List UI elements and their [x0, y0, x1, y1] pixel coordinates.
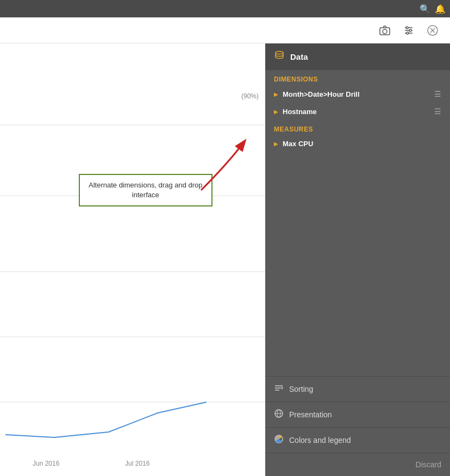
- svg-point-1: [383, 29, 387, 34]
- measures-label: Measures: [265, 120, 450, 135]
- dimension-label-month: Month>Date>Hour Drill: [283, 90, 360, 98]
- right-panel: Data Dimensions ▶ Month>Date>Hour Drill …: [265, 43, 450, 476]
- main-container: (90%) Jun 2016 Jul 2016 Alternate dimens…: [0, 43, 450, 476]
- search-icon[interactable]: 🔍: [420, 4, 430, 14]
- x-axis-label-jun: Jun 2016: [33, 460, 59, 467]
- panel-spacer: [265, 152, 450, 376]
- menu-icon-month[interactable]: ☰: [434, 90, 441, 98]
- presentation-label: Presentation: [289, 410, 332, 419]
- dimension-item-hostname[interactable]: ▶ Hostname ☰: [265, 103, 450, 120]
- expand-arrow-hostname: ▶: [274, 109, 278, 115]
- svg-point-5: [406, 27, 408, 29]
- panel-title: Data: [290, 52, 308, 61]
- dimension-item-month[interactable]: ▶ Month>Date>Hour Drill ☰: [265, 85, 450, 103]
- presentation-icon: [274, 409, 284, 421]
- measure-item-maxcpu[interactable]: ▶ Max CPU: [265, 135, 450, 152]
- chart-svg: [0, 43, 265, 476]
- panel-bottom: Sorting Presentation: [265, 376, 450, 476]
- expand-arrow-maxcpu: ▶: [274, 141, 278, 147]
- svg-point-6: [409, 29, 411, 32]
- sorting-item[interactable]: Sorting: [265, 377, 450, 402]
- presentation-item[interactable]: Presentation: [265, 402, 450, 428]
- sorting-label: Sorting: [289, 385, 313, 393]
- sorting-icon: [274, 383, 284, 395]
- data-icon: [274, 50, 285, 64]
- svg-point-17: [276, 52, 283, 54]
- colors-legend-item[interactable]: Colors and legend: [265, 428, 450, 453]
- measure-label-maxcpu: Max CPU: [283, 140, 313, 148]
- expand-arrow-month: ▶: [274, 91, 278, 97]
- toolbar: [0, 17, 450, 43]
- camera-button[interactable]: [376, 22, 393, 39]
- svg-point-7: [407, 32, 409, 34]
- discard-bar: Discard: [265, 453, 450, 476]
- menu-icon-hostname[interactable]: ☰: [434, 107, 441, 116]
- colors-legend-label: Colors and legend: [289, 436, 351, 444]
- close-button[interactable]: [424, 22, 441, 39]
- dimension-label-hostname: Hostname: [283, 108, 317, 116]
- dimensions-label: Dimensions: [265, 70, 450, 85]
- top-bar: 🔍 🔔: [0, 0, 450, 17]
- colors-legend-icon: [274, 434, 284, 446]
- chart-area: (90%) Jun 2016 Jul 2016 Alternate dimens…: [0, 43, 265, 476]
- discard-button[interactable]: Discard: [416, 460, 441, 469]
- y-axis-label-90: (90%): [241, 92, 259, 100]
- panel-header: Data: [265, 43, 450, 70]
- filter-settings-button[interactable]: [400, 22, 417, 39]
- notification-icon[interactable]: 🔔: [435, 4, 446, 14]
- x-axis-label-jul: Jul 2016: [125, 460, 149, 467]
